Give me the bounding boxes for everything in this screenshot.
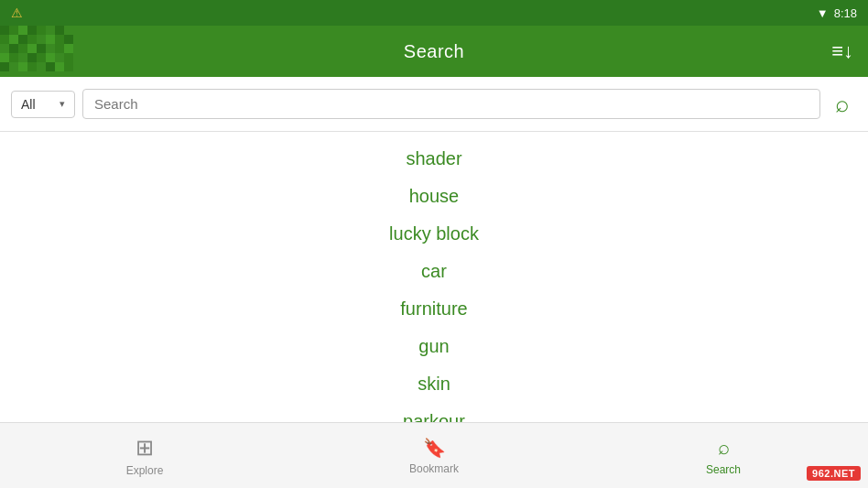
nav-label-explore: Explore bbox=[126, 464, 164, 477]
bookmark-icon: 🔖 bbox=[423, 437, 446, 459]
suggestion-item[interactable]: gun bbox=[0, 329, 868, 364]
pixel-decoration-left bbox=[0, 26, 73, 77]
suggestion-item[interactable]: car bbox=[0, 254, 868, 289]
suggestion-item[interactable]: skin bbox=[0, 366, 868, 402]
nav-item-explore[interactable]: ⊞ Explore bbox=[0, 435, 289, 477]
sort-button[interactable]: ≡↓ bbox=[831, 39, 853, 63]
app-bar: Search ≡↓ bbox=[0, 26, 868, 77]
search-icon: ⌕ bbox=[835, 90, 850, 117]
time-display: 8:18 bbox=[834, 6, 857, 20]
category-dropdown[interactable]: All ▾ bbox=[11, 91, 75, 118]
nav-label-search: Search bbox=[706, 463, 741, 476]
suggestions-list: shaderhouselucky blockcarfurnituregunski… bbox=[0, 132, 868, 426]
nav-label-bookmark: Bookmark bbox=[409, 462, 459, 475]
suggestion-item[interactable]: lucky block bbox=[0, 216, 868, 252]
watermark: 962.NET bbox=[807, 466, 861, 481]
search-bar-row: All ▾ ⌕ bbox=[0, 77, 868, 132]
status-bar-right: ▼ 8:18 bbox=[817, 6, 857, 20]
suggestion-item[interactable]: shader bbox=[0, 141, 868, 177]
category-label: All bbox=[21, 97, 54, 112]
search-input[interactable] bbox=[82, 89, 820, 119]
suggestion-item[interactable]: house bbox=[0, 179, 868, 214]
status-bar: ⚠ ▼ 8:18 bbox=[0, 0, 868, 26]
search-input-wrapper bbox=[82, 89, 820, 119]
app-bar-actions: ≡↓ bbox=[831, 39, 853, 63]
suggestion-item[interactable]: furniture bbox=[0, 291, 868, 327]
nav-item-bookmark[interactable]: 🔖 Bookmark bbox=[289, 437, 579, 475]
page-title: Search bbox=[404, 41, 464, 62]
wifi-icon: ▼ bbox=[817, 6, 829, 20]
warning-icon: ⚠ bbox=[11, 5, 23, 20]
status-bar-left: ⚠ bbox=[11, 0, 23, 26]
search-submit-button[interactable]: ⌕ bbox=[828, 86, 857, 122]
explore-icon: ⊞ bbox=[136, 435, 154, 461]
main-content: shaderhouselucky blockcarfurnituregunski… bbox=[0, 132, 868, 426]
search-nav-icon: ⌕ bbox=[718, 436, 730, 460]
chevron-down-icon: ▾ bbox=[60, 98, 65, 110]
bottom-nav: ⊞ Explore 🔖 Bookmark ⌕ Search bbox=[0, 422, 868, 488]
